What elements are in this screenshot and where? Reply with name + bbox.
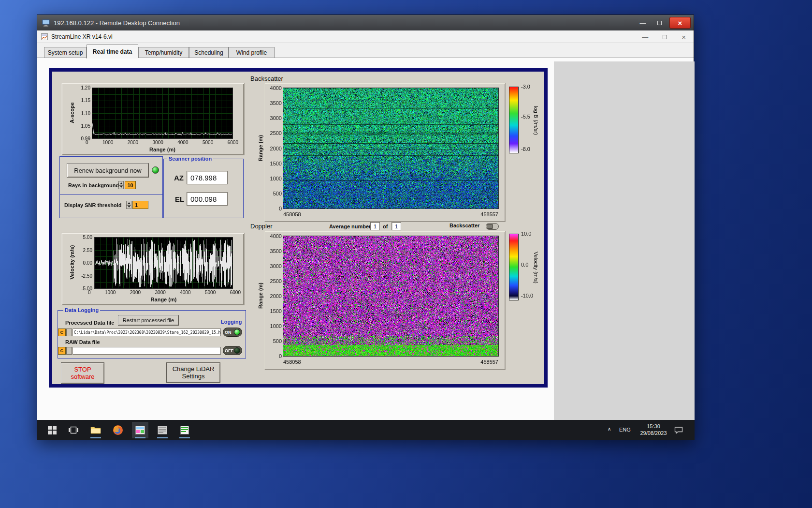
velocity-y-axis: 5.002.500.00-2.50-5.00 [72,235,92,291]
raw-logging-toggle[interactable]: OFF [223,346,242,355]
tick-label: 1000 [270,323,282,329]
rays-in-background-input[interactable]: 10 [125,181,136,189]
az-value: 078.998 [187,171,228,184]
language-indicator[interactable]: ENG [619,427,631,433]
raw-path-input[interactable] [72,347,221,355]
scan-scheduler-icon [158,426,167,434]
processed-drive-box[interactable]: C [58,329,66,336]
backscatter-cbar-tick-max: -3.0 [521,84,530,90]
stop-software-button[interactable]: STOP software [61,362,104,384]
desktop: { "rdp": { "title": "192.168.0.122 - Rem… [0,0,812,508]
tick-label: 3000 [153,140,163,145]
rdp-close-button[interactable]: × [669,17,691,29]
doppler-heatmap [283,236,498,356]
snr-threshold-label: Display SNR threshold [64,202,122,208]
streamline-app-button[interactable] [132,422,148,438]
action-center-button[interactable] [671,422,686,438]
logging-label: Logging [219,319,243,325]
tick-label: 1000 [270,176,282,181]
raw-data-file-label: RAW Data file [65,339,100,345]
doppler-y-axis: 40003500300025002000150010005000 [261,233,282,359]
tab-bar: System setup Real time data Temp/humidit… [37,43,694,58]
green-lines-app-icon [180,426,189,434]
raw-browse-icon[interactable] [66,347,72,355]
a-scope-x-axis: 0100020003000400050006000 [86,140,238,145]
average-of-label: of [383,224,388,229]
renew-background-button[interactable]: Renew background now [67,163,149,178]
rdp-restore-button[interactable] [653,17,666,29]
app-titlebar[interactable]: StreamLine XR v14-6.vi [37,30,694,43]
average-total-input[interactable]: 1 [392,222,401,230]
backscatter-colorbar [509,87,519,153]
tick-label: -2.50 [81,273,92,279]
tick-label: 2.50 [83,248,92,253]
rdp-minimize-button[interactable]: — [637,17,649,29]
doppler-title: Doppler [250,223,273,230]
el-value: 000.098 [187,192,228,206]
tray-chevron[interactable]: ∧ [608,426,611,432]
file-explorer-button[interactable] [87,422,104,438]
stop-line1: STOP [74,366,91,373]
backscatter-cbar-tick-mid: -5.5 [521,114,530,120]
scanner-position-group [163,159,244,218]
streamline-app-icon [135,426,145,434]
app-minimize-button[interactable]: — [642,33,648,41]
tick-label: 4000 [177,140,188,145]
backscatter-toggle[interactable] [486,223,499,230]
a-scope-plot [92,88,232,138]
tick-label: 1000 [102,140,113,145]
toggle-knob-icon [487,224,493,229]
average-number-label: Average number [329,224,371,229]
scan-scheduler-button[interactable] [154,422,171,438]
raw-drive-box[interactable]: C [58,347,66,355]
processed-path-input[interactable]: C:\Lidar\Data\Proc\2023\202308\20230829\… [72,329,221,336]
processed-logging-toggle[interactable]: ON [223,328,242,337]
doppler-cbar-tick-max: 10.0 [521,231,531,237]
backscatter-title: Backscatter [250,75,283,82]
processed-browse-icon[interactable] [66,329,72,336]
change-lidar-settings-button[interactable]: Change LiDAR Settings [166,362,220,383]
tick-label: 1500 [270,308,282,314]
doppler-colorbar-label: Velocity (m/s) [533,243,539,292]
tick-label: 500 [273,338,282,344]
terminal-app-button[interactable] [176,422,193,438]
az-label: AZ [174,174,184,182]
doppler-cbar-tick-mid: 0.0 [521,262,528,268]
data-logging-label: Data Logging [63,307,100,313]
tick-label: 0.00 [83,260,92,266]
task-view-button[interactable] [65,422,82,438]
tick-label: 4000 [180,290,190,295]
on-label: ON [225,330,232,335]
tick-label: 0 [279,206,282,211]
snr-threshold-input[interactable]: 1 [132,201,148,209]
backscatter-heatmap [283,88,498,209]
app-close-button[interactable]: × [682,33,686,41]
tick-label: 3000 [270,263,282,269]
backscatter-toggle-label: Backscatter [450,223,479,228]
firefox-button[interactable] [110,422,126,438]
tick-label: 0 [279,353,282,359]
taskbar-clock[interactable]: 15:30 29/08/2023 [636,423,671,436]
tab-real-time-data[interactable]: Real time data [87,45,138,59]
tick-label: 6000 [228,140,238,145]
rays-in-background-label: Rays in background [68,182,119,188]
snr-spinner[interactable] [126,201,131,209]
off-label: OFF [225,348,233,353]
rays-spinner[interactable] [118,181,124,189]
tab-wind-profile[interactable]: Wind profile [229,47,275,58]
doppler-y-label: Range (m) [258,271,263,320]
app-maximize-button[interactable] [663,33,667,41]
tick-label: 2500 [270,278,282,284]
front-panel-overflow [554,61,695,420]
tick-label: 5000 [203,140,213,145]
tab-system-setup[interactable]: System setup [44,47,87,58]
start-button[interactable] [44,422,60,438]
restart-processed-file-button[interactable]: Restart processed file [118,315,179,326]
tab-temp-humidity[interactable]: Temp/humidity [138,47,189,58]
tick-label: 1.05 [81,123,90,129]
average-number-input[interactable]: 1 [370,222,380,230]
tick-label: 2000 [270,293,282,299]
rdp-titlebar[interactable]: 192.168.0.122 - Remote Desktop Connectio… [37,15,694,30]
tab-scheduling[interactable]: Scheduling [189,47,229,58]
velocity-x-axis: 0100020003000400050006000 [88,290,241,295]
